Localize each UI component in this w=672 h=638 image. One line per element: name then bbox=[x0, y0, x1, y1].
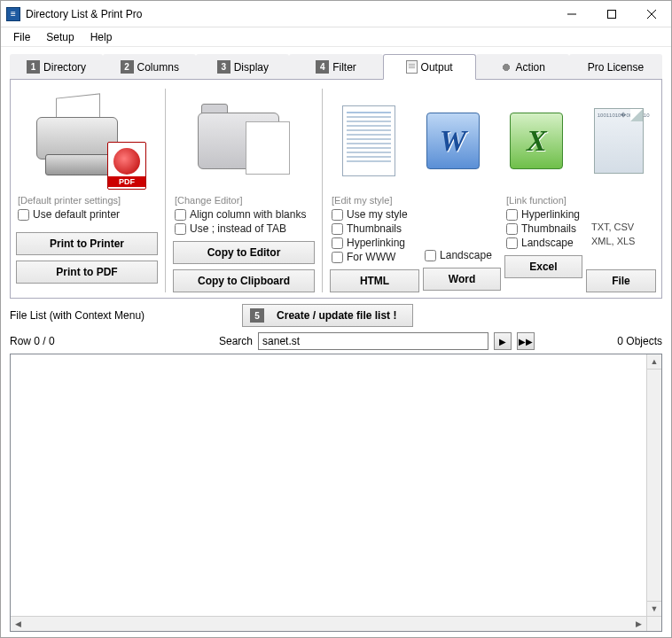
file-subcolumn: TXT, CSV XML, XLS File bbox=[586, 193, 656, 292]
minimize-button[interactable] bbox=[551, 1, 591, 27]
tab-number-icon: 3 bbox=[217, 60, 231, 74]
divider bbox=[322, 89, 323, 292]
search-row: Row 0 / 0 Search ▶ ▶▶ 0 Objects bbox=[1, 332, 671, 354]
tab-label: Pro License bbox=[588, 61, 644, 74]
step-number-icon: 5 bbox=[250, 308, 264, 323]
tab-label: Display bbox=[234, 61, 269, 74]
word-subcolumn: Landscape Word bbox=[423, 193, 501, 292]
export-icon-row: W X bbox=[330, 89, 656, 193]
object-count: 0 Objects bbox=[617, 335, 662, 347]
search-last-button[interactable]: ▶▶ bbox=[517, 332, 535, 350]
export-column: W X [Edit my style] Use my style Thumbna… bbox=[330, 89, 656, 292]
filelist-header-row: File List (with Context Menu) 5 Create /… bbox=[1, 304, 671, 332]
word-button[interactable]: Word bbox=[423, 268, 501, 291]
search-label: Search bbox=[219, 335, 253, 347]
tab-number-icon: 4 bbox=[316, 60, 329, 74]
tab-label: Columns bbox=[137, 61, 179, 74]
search-next-button[interactable]: ▶ bbox=[494, 332, 512, 350]
file-list-area[interactable]: ▲ ▼ ◀ ▶ bbox=[10, 354, 662, 632]
for-www-checkbox[interactable]: For WWW bbox=[332, 251, 419, 263]
tab-strip: 1Directory 2Columns 3Display 4Filter Out… bbox=[1, 47, 671, 80]
tab-action[interactable]: Action bbox=[476, 54, 569, 80]
copy-to-editor-button[interactable]: Copy to Editor bbox=[173, 241, 315, 264]
create-update-file-list-button[interactable]: 5 Create / update file list ! bbox=[242, 304, 413, 327]
printer-pdf-icon bbox=[29, 92, 145, 190]
divider bbox=[165, 89, 166, 292]
scrollbar-corner bbox=[646, 616, 661, 631]
tab-output[interactable]: Output bbox=[383, 54, 476, 80]
editor-column: [Change Editor] Align column with blanks… bbox=[173, 89, 315, 292]
folder-icon bbox=[191, 97, 297, 185]
use-default-printer-checkbox[interactable]: Use default printer bbox=[18, 208, 158, 221]
search-input[interactable] bbox=[258, 332, 488, 350]
title-bar: Directory List & Print Pro bbox=[1, 1, 671, 27]
create-update-label: Create / update file list ! bbox=[277, 309, 396, 322]
menu-help[interactable]: Help bbox=[83, 29, 120, 45]
word-icon: W bbox=[426, 113, 480, 169]
gear-icon bbox=[500, 61, 512, 74]
landscape-excel-checkbox[interactable]: Landscape bbox=[506, 237, 582, 249]
excel-icon: X bbox=[510, 113, 563, 169]
hyperlinking-checkbox[interactable]: Hyperlinking bbox=[332, 237, 419, 249]
export-options-row: [Edit my style] Use my style Thumbnails … bbox=[330, 193, 656, 292]
tab-label: Output bbox=[421, 61, 453, 74]
file-button[interactable]: File bbox=[586, 269, 656, 292]
excel-button[interactable]: Excel bbox=[504, 255, 582, 278]
link-function-label: [Link function] bbox=[506, 195, 582, 206]
menu-setup[interactable]: Setup bbox=[39, 29, 81, 45]
tab-directory[interactable]: 1Directory bbox=[10, 54, 103, 80]
maximize-button[interactable] bbox=[591, 1, 631, 27]
html-icon bbox=[342, 105, 395, 176]
copy-to-clipboard-button[interactable]: Copy to Clipboard bbox=[173, 269, 315, 292]
tab-columns[interactable]: 2Columns bbox=[103, 54, 196, 80]
printer-icon-zone bbox=[16, 89, 158, 193]
vertical-scrollbar[interactable]: ▲ ▼ bbox=[646, 354, 661, 616]
output-panel: [Default printer settings] Use default p… bbox=[10, 80, 662, 299]
menu-file[interactable]: File bbox=[6, 29, 37, 45]
html-subcolumn: [Edit my style] Use my style Thumbnails … bbox=[330, 193, 419, 292]
landscape-word-checkbox[interactable]: Landscape bbox=[425, 249, 501, 261]
txt-csv-hint: TXT, CSV bbox=[586, 220, 656, 234]
row-counter: Row 0 / 0 bbox=[10, 335, 214, 347]
excel-subcolumn: [Link function] Hyperlinking Thumbnails … bbox=[504, 193, 582, 292]
folder-icon-zone bbox=[173, 89, 315, 193]
tab-label: Directory bbox=[43, 61, 86, 74]
print-column: [Default printer settings] Use default p… bbox=[16, 89, 158, 292]
print-to-printer-button[interactable]: Print to Printer bbox=[16, 232, 158, 255]
menu-bar: File Setup Help bbox=[1, 27, 671, 47]
tab-pro-license[interactable]: Pro License bbox=[569, 54, 662, 80]
horizontal-scrollbar[interactable]: ◀ ▶ bbox=[11, 616, 646, 631]
xml-xls-hint: XML, XLS bbox=[586, 234, 656, 248]
tab-display[interactable]: 3Display bbox=[196, 54, 289, 80]
thumbnails-excel-checkbox[interactable]: Thumbnails bbox=[506, 222, 582, 235]
window-title: Directory List & Print Pro bbox=[26, 8, 551, 20]
align-column-checkbox[interactable]: Align column with blanks bbox=[175, 208, 315, 221]
scroll-down-icon[interactable]: ▼ bbox=[647, 601, 661, 616]
page-icon bbox=[406, 60, 418, 74]
change-editor-label: [Change Editor] bbox=[175, 195, 315, 206]
app-icon bbox=[6, 7, 20, 21]
file-icon bbox=[594, 108, 644, 174]
html-button[interactable]: HTML bbox=[330, 269, 419, 292]
svg-rect-1 bbox=[607, 10, 615, 18]
tab-label: Filter bbox=[332, 61, 356, 74]
edit-my-style-label: [Edit my style] bbox=[332, 195, 419, 206]
tab-number-icon: 1 bbox=[27, 60, 40, 74]
scroll-right-icon[interactable]: ▶ bbox=[631, 617, 646, 631]
tab-label: Action bbox=[516, 61, 545, 74]
scroll-up-icon[interactable]: ▲ bbox=[647, 354, 661, 370]
tab-filter[interactable]: 4Filter bbox=[289, 54, 382, 80]
thumbnails-checkbox[interactable]: Thumbnails bbox=[332, 222, 419, 235]
file-list-label: File List (with Context Menu) bbox=[10, 309, 145, 322]
default-printer-label: [Default printer settings] bbox=[18, 195, 158, 206]
use-semicolon-checkbox[interactable]: Use ; instead of TAB bbox=[175, 222, 315, 235]
hyperlinking-excel-checkbox[interactable]: Hyperlinking bbox=[506, 208, 582, 221]
tab-number-icon: 2 bbox=[121, 60, 134, 74]
scroll-left-icon[interactable]: ◀ bbox=[11, 617, 26, 631]
close-button[interactable] bbox=[631, 1, 671, 27]
use-my-style-checkbox[interactable]: Use my style bbox=[332, 208, 419, 221]
print-to-pdf-button[interactable]: Print to PDF bbox=[16, 261, 158, 284]
